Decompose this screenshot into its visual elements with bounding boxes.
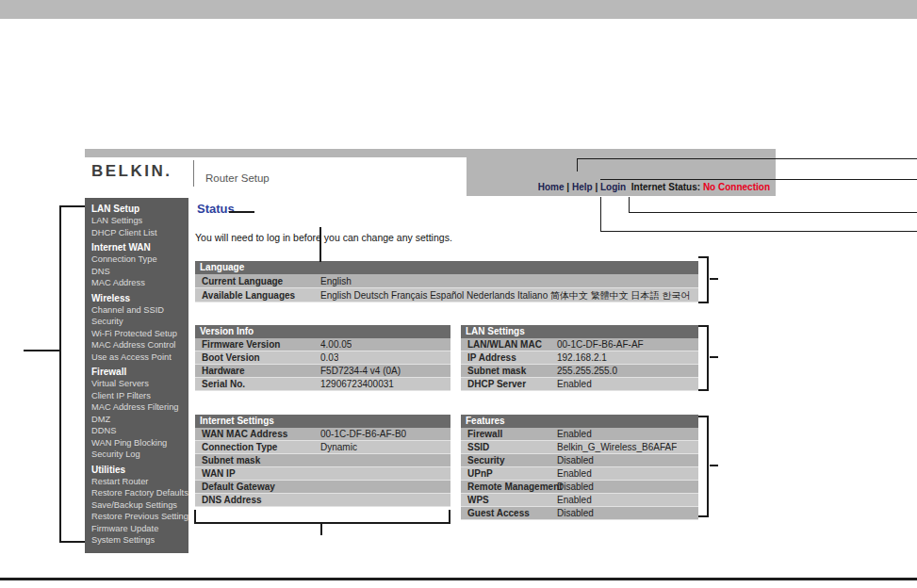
callout-lan-bracket-dash — [710, 356, 718, 358]
table-row: Firmware Version4.00.05 — [195, 338, 450, 351]
row-value: 255.255.255.0 — [557, 365, 617, 377]
table-row: HardwareF5D7234-4 v4 (0A) — [195, 365, 450, 378]
sidebar-item[interactable]: Save/Backup Settings — [91, 499, 188, 512]
callout-features-bracket-bottom-tick — [698, 515, 709, 517]
table-row: Remote ManagementDisabled — [461, 481, 698, 494]
sidebar-item[interactable]: WAN Ping Blocking — [91, 437, 188, 449]
row-label: Guest Access — [461, 507, 557, 519]
sidebar-item[interactable]: Wi-Fi Protected Setup — [91, 328, 188, 340]
nav-help-link[interactable]: Help — [572, 182, 593, 192]
sidebar-item[interactable]: Restore Factory Defaults — [91, 487, 188, 499]
sidebar-item[interactable]: Security — [91, 316, 188, 328]
row-value: 00-1C-DF-B6-AF-AF — [557, 338, 644, 351]
table-row: SecurityDisabled — [461, 454, 698, 467]
callout-language-bracket-vertical — [707, 256, 709, 303]
sidebar-item[interactable]: Firmware Update — [91, 523, 188, 535]
row-label: Remote Management — [461, 481, 557, 493]
callout-language-bracket-bottom-tick — [698, 302, 709, 303]
sidebar-section-title: Internet WAN — [91, 241, 188, 253]
callout-lan-bracket-bottom-tick — [698, 389, 709, 391]
manual-top-band — [0, 0, 917, 19]
table-title: LAN Settings — [461, 325, 698, 338]
table-row: Connection TypeDynamic — [195, 441, 450, 454]
sidebar-item[interactable]: Restart Router — [91, 476, 188, 488]
product-title: Router Setup — [205, 172, 270, 184]
language-table: LanguageCurrent LanguageEnglishAvailable… — [195, 261, 698, 302]
row-value: Disabled — [557, 507, 594, 519]
belkin-logo: BELKIN. — [91, 162, 172, 181]
manual-page: BELKIN. Router Setup Home | Help | Login… — [0, 0, 917, 588]
sidebar-item[interactable]: Restore Previous Settings — [91, 511, 188, 523]
table-title: Language — [195, 261, 698, 274]
sidebar-item[interactable]: DMZ — [91, 414, 188, 426]
sidebar-item[interactable]: Use as Access Point — [91, 351, 188, 364]
row-value: Enabled — [557, 494, 592, 506]
table-row: WAN IP — [195, 467, 450, 481]
nav-divider: | — [595, 182, 598, 192]
callout-internet-bracket-right-tick — [449, 510, 450, 524]
sidebar-item[interactable]: DHCP Client List — [91, 227, 188, 239]
callout-help-vertical — [600, 197, 601, 231]
row-value: 12906723400031 — [320, 378, 394, 390]
callout-sidebar-leader — [24, 350, 59, 351]
callout-login-vertical — [629, 197, 630, 212]
row-label: WPS — [461, 494, 557, 506]
row-value: Disabled — [557, 481, 594, 493]
callout-status-dash — [229, 211, 254, 213]
callout-language-bracket-dash — [710, 278, 718, 280]
row-label: Subnet mask — [195, 454, 320, 466]
callout-internet-bracket-stem — [320, 524, 322, 535]
table-row: Current LanguageEnglish — [195, 274, 698, 288]
sidebar-item[interactable]: MAC Address Control — [91, 339, 188, 351]
row-label: WAN IP — [195, 467, 320, 480]
table-row: LAN/WLAN MAC00-1C-DF-B6-AF-AF — [461, 338, 698, 351]
row-label: WAN MAC Address — [195, 428, 320, 440]
row-label: Connection Type — [195, 441, 320, 453]
nav-home-link[interactable]: Home — [538, 182, 565, 192]
sidebar-section-title: Wireless — [91, 292, 188, 304]
manual-bottom-rule — [0, 578, 917, 580]
sidebar-section-title: Utilities — [91, 464, 188, 476]
nav-login-link[interactable]: Login — [600, 182, 626, 192]
sidebar-item[interactable]: System Settings — [91, 534, 188, 547]
sidebar-nav: LAN SetupLAN SettingsDHCP Client ListInt… — [85, 198, 188, 553]
sidebar-item[interactable]: Channel and SSID — [91, 304, 188, 317]
row-value: Enabled — [557, 467, 592, 480]
row-label: Current Language — [195, 274, 320, 287]
nav-divider: | — [566, 182, 569, 192]
internet-status-value: No Connection — [703, 182, 770, 192]
table-row: UPnPEnabled — [461, 467, 698, 481]
row-value[interactable]: English Deutsch Français Español Nederla… — [320, 288, 690, 302]
table-row: Subnet mask255.255.255.0 — [461, 365, 698, 378]
login-notice: You will need to log in before you can c… — [195, 232, 452, 243]
features-table: FeaturesFirewallEnabledSSIDBelkin_G_Wire… — [461, 415, 698, 520]
sidebar-section-title: Firewall — [91, 366, 188, 378]
row-value: Disabled — [557, 454, 594, 466]
row-label: Firewall — [461, 428, 557, 440]
row-label: Hardware — [195, 365, 320, 377]
table-row: Subnet mask — [195, 454, 450, 467]
sidebar-item[interactable]: MAC Address — [91, 277, 188, 289]
sidebar-item[interactable]: Connection Type — [91, 253, 188, 266]
callout-home-leader — [577, 158, 917, 159]
row-value: 192.168.2.1 — [557, 351, 607, 364]
sidebar-item[interactable]: DNS — [91, 266, 188, 278]
row-value: 00-1C-DF-B6-AF-B0 — [320, 428, 406, 440]
sidebar-item[interactable]: Virtual Servers — [91, 378, 188, 390]
sidebar-item[interactable]: LAN Settings — [91, 215, 188, 227]
sidebar-item[interactable]: MAC Address Filtering — [91, 401, 188, 414]
row-value: Dynamic — [320, 441, 357, 453]
callout-sidebar-bracket-bottom-tick — [59, 541, 85, 543]
table-row: DHCP ServerEnabled — [461, 378, 698, 391]
row-value: 0.03 — [320, 351, 338, 364]
callout-features-bracket-dash — [710, 465, 718, 466]
sidebar-item[interactable]: Client IP Filters — [91, 390, 188, 402]
row-label: Subnet mask — [461, 365, 557, 377]
lan-settings-table: LAN SettingsLAN/WLAN MAC00-1C-DF-B6-AF-A… — [461, 325, 698, 391]
row-value: F5D7234-4 v4 (0A) — [320, 365, 401, 377]
table-row: Boot Version0.03 — [195, 351, 450, 365]
sidebar-item[interactable]: Security Log — [91, 449, 188, 461]
row-label: Available Languages — [195, 288, 320, 302]
sidebar-item[interactable]: DDNS — [91, 425, 188, 437]
callout-sidebar-bracket-vertical — [59, 205, 61, 543]
